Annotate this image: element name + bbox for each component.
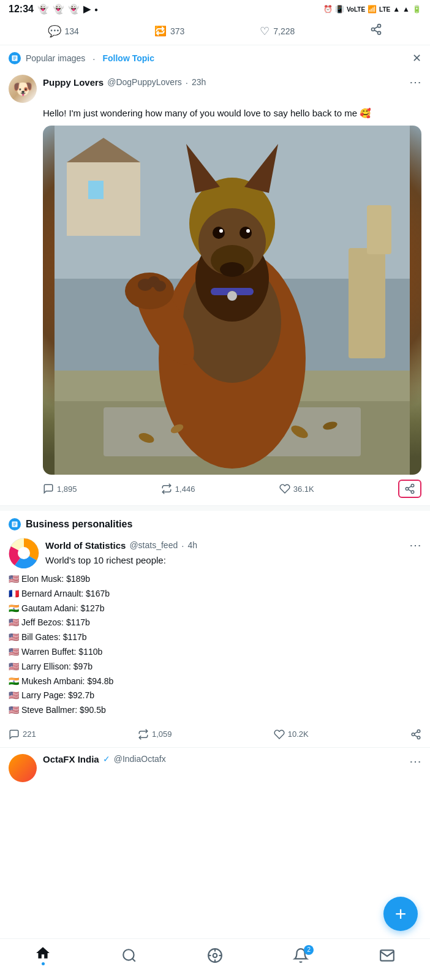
svg-point-49	[417, 736, 420, 739]
top-tweet-actions: 💬 134 🔁 373 ♡ 7,228	[0, 17, 430, 45]
lte-icon: LTE	[379, 6, 390, 13]
svg-point-42	[411, 491, 414, 494]
retweet-action[interactable]: 🔁 373	[154, 25, 184, 37]
svg-point-2	[378, 31, 381, 34]
svg-point-30	[154, 281, 166, 292]
youtube-icon: ▶	[83, 4, 91, 15]
stats-comment[interactable]: 221	[9, 729, 36, 740]
stats-tweet-time: 4h	[187, 540, 197, 550]
tweet-comment-count-1: 1,895	[57, 484, 77, 494]
tweet-header-1: 🐶 Puppy Lovers @DogPuppyLovers · 23h ⋯	[9, 75, 421, 103]
richlist-item-2: 🇫🇷 Bernard Arnault: $167b	[9, 587, 421, 601]
tweet-card-1: 🐶 Puppy Lovers @DogPuppyLovers · 23h ⋯ H…	[0, 69, 430, 506]
stats-author-handle: @stats_feed	[129, 540, 178, 550]
business-topic-badge	[9, 518, 21, 530]
more-options-button-2[interactable]: ⋯	[409, 538, 421, 552]
ghost-icon-1: 👻	[37, 4, 49, 15]
stats-tweet-header: World of Statistics @stats_feed · 4h ⋯ W…	[9, 538, 421, 568]
comment-action[interactable]: 💬 134	[48, 24, 79, 38]
flag-2: 🇫🇷	[9, 587, 19, 601]
avatar-puppy-lovers[interactable]: 🐶	[9, 75, 37, 103]
svg-line-4	[375, 26, 379, 28]
svg-point-22	[219, 229, 223, 233]
tweet-author-row-1: Puppy Lovers @DogPuppyLovers · 23h ⋯	[43, 75, 421, 89]
flag-9: 🇺🇸	[9, 688, 19, 703]
richlist-item-8: 🇮🇳 Mukesh Ambani: $94.8b	[9, 674, 421, 689]
business-section-header: Business personalities	[0, 506, 430, 534]
tweet-like-1[interactable]: 36.1K	[279, 483, 314, 494]
nav-messages[interactable]	[379, 948, 395, 963]
flag-6: 🇺🇸	[9, 645, 19, 660]
stats-retweet[interactable]: 1,059	[138, 729, 172, 740]
svg-rect-31	[349, 248, 385, 358]
tweet-image-1[interactable]	[43, 126, 421, 475]
svg-point-52	[123, 949, 134, 960]
svg-line-53	[132, 959, 135, 962]
svg-line-50	[414, 735, 417, 737]
stats-author-info: World of Statistics @stats_feed · 4h	[45, 540, 197, 551]
like-action[interactable]: ♡ 7,228	[260, 24, 295, 38]
stats-share[interactable]	[410, 729, 421, 740]
share-action[interactable]	[370, 23, 382, 39]
flag-3: 🇮🇳	[9, 601, 19, 616]
nav-spaces[interactable]	[207, 948, 223, 963]
octafx-avatar[interactable]	[9, 754, 37, 782]
follow-topic-button[interactable]: Follow Topic	[102, 53, 154, 63]
svg-line-43	[408, 489, 411, 491]
comment-count: 134	[65, 26, 79, 36]
svg-line-51	[414, 732, 417, 734]
svg-point-23	[246, 229, 250, 233]
svg-rect-32	[367, 205, 391, 254]
nav-search[interactable]	[121, 948, 137, 963]
topic-label: Popular images	[26, 53, 85, 63]
tweet-body-1: Hello! I'm just wondering how many of yo…	[9, 107, 421, 119]
stats-author-row: World of Statistics @stats_feed · 4h ⋯	[45, 538, 421, 552]
tweet-share-1[interactable]	[398, 480, 421, 498]
stats-author-name: World of Statistics	[45, 540, 126, 551]
compose-button[interactable]: +	[383, 897, 418, 931]
stats-content: World of Statistics @stats_feed · 4h ⋯ W…	[45, 538, 421, 568]
dog-photo	[43, 126, 421, 475]
tweet-action-row-1: 1,895 1,446 36.1K	[9, 475, 421, 499]
alarm-icon: ⏰	[323, 5, 333, 13]
popular-images-header: Popular images · Follow Topic ✕	[0, 45, 430, 69]
svg-rect-9	[88, 181, 104, 199]
octafx-author-row: OctaFX India ✓ @IndiaOctafx	[43, 754, 166, 764]
flag-1: 🇺🇸	[9, 572, 19, 587]
battery-icon: 🔋	[412, 5, 421, 13]
tweet-retweet-1[interactable]: 1,446	[161, 483, 195, 494]
pie-chart-avatar[interactable]	[9, 538, 39, 568]
svg-point-55	[213, 953, 217, 957]
business-section-title: Business personalities	[26, 519, 132, 530]
richlist-item-6: 🇺🇸 Warren Buffet: $110b	[9, 645, 421, 660]
svg-point-35	[227, 291, 237, 301]
signal-icon-2: ▲	[402, 5, 410, 13]
bottom-navigation: 2	[0, 938, 430, 980]
svg-point-47	[417, 729, 420, 733]
richlist-item-5: 🇺🇸 Bill Gates: $117b	[9, 630, 421, 645]
close-button[interactable]: ✕	[412, 51, 421, 65]
richlist-item-1: 🇺🇸 Elon Musk: $189b	[9, 572, 421, 587]
svg-point-20	[213, 227, 225, 239]
svg-point-46	[18, 547, 30, 559]
notification-badge: 2	[304, 945, 314, 955]
dot-indicator: ●	[94, 6, 98, 13]
author-name-1: Puppy Lovers	[43, 77, 104, 88]
richlist-item-9: 🇺🇸 Larry Page: $92.7b	[9, 688, 421, 703]
nav-notifications[interactable]: 2	[293, 948, 309, 963]
svg-line-44	[408, 486, 411, 488]
richlist-item-7: 🇺🇸 Larry Ellison: $97b	[9, 660, 421, 674]
tweet-author-1: Puppy Lovers @DogPuppyLovers · 23h	[43, 77, 206, 88]
nav-home[interactable]	[35, 945, 51, 965]
richlist-item-3: 🇮🇳 Gautam Adani: $127b	[9, 601, 421, 616]
svg-point-19	[220, 262, 244, 277]
topic-header-left: Popular images · Follow Topic	[9, 52, 154, 64]
status-bar: 12:34 👻 👻 👻 ▶ ● ⏰ 📳 VoLTE 📶 LTE ▲ ▲ 🔋	[0, 0, 430, 17]
home-active-dot	[42, 962, 45, 965]
stats-comment-count: 221	[23, 729, 36, 739]
stats-like[interactable]: 10.2K	[274, 729, 309, 740]
more-options-button-1[interactable]: ⋯	[409, 75, 421, 89]
more-options-button-3[interactable]: ⋯	[409, 754, 421, 782]
tweet-comment-1[interactable]: 1,895	[43, 483, 77, 494]
vibrate-icon: 📳	[335, 5, 344, 13]
